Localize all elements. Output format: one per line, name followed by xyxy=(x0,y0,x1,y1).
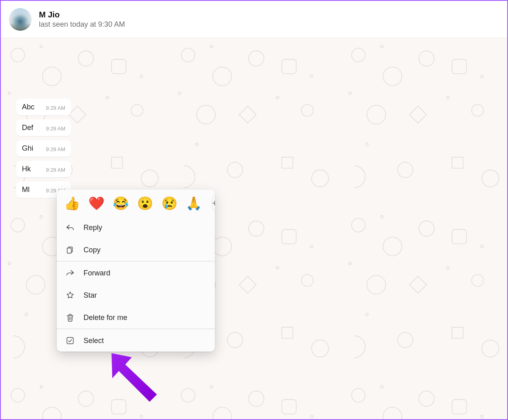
message-time: 9:29 AM xyxy=(46,146,65,152)
menu-item-label: Reply xyxy=(84,224,102,232)
message-context-menu: 👍 ❤️ 😂 😮 😢 🙏 + Reply Copy xyxy=(57,190,215,352)
annotation-arrow-icon xyxy=(104,350,169,415)
message-bubble[interactable]: Abc 9:29 AM xyxy=(16,99,71,115)
menu-item-label: Select xyxy=(84,337,104,345)
message-bubble[interactable]: Def 9:29 AM xyxy=(16,119,71,136)
message-time: 9:29 AM xyxy=(46,126,65,132)
menu-item-star[interactable]: Star xyxy=(57,284,215,306)
messages-list: Abc 9:29 AM Def 9:29 AM Ghi 9:29 AM Hk 9… xyxy=(16,99,71,202)
menu-item-reply[interactable]: Reply xyxy=(57,216,215,239)
svg-rect-1 xyxy=(67,248,71,253)
reaction-more-button[interactable]: + xyxy=(212,196,215,211)
chat-header: M Jio last seen today at 9:30 AM xyxy=(1,1,507,38)
message-text: Abc xyxy=(22,103,34,111)
reaction-laugh-icon[interactable]: 😂 xyxy=(113,197,129,210)
message-text: Def xyxy=(22,124,33,132)
star-icon xyxy=(66,291,75,300)
reaction-thumbs-up-icon[interactable]: 👍 xyxy=(64,197,80,210)
menu-item-copy[interactable]: Copy xyxy=(57,239,215,261)
copy-icon xyxy=(66,245,75,254)
svg-marker-3 xyxy=(111,353,157,402)
reaction-pray-icon[interactable]: 🙏 xyxy=(186,197,202,210)
forward-icon xyxy=(66,269,75,277)
reply-icon xyxy=(66,223,75,232)
reaction-heart-icon[interactable]: ❤️ xyxy=(88,197,105,210)
menu-item-label: Star xyxy=(84,291,97,300)
plus-icon: + xyxy=(212,198,215,209)
menu-item-label: Copy xyxy=(84,246,101,254)
message-text: Ghi xyxy=(22,144,33,153)
contact-status: last seen today at 9:30 AM xyxy=(39,20,125,29)
message-bubble[interactable]: Hk 9:29 AM xyxy=(16,161,71,177)
reaction-wow-icon[interactable]: 😮 xyxy=(137,197,153,210)
message-text: Ml xyxy=(22,185,30,194)
menu-list: Reply Copy Forward Star xyxy=(57,216,215,352)
select-icon xyxy=(66,336,75,345)
svg-rect-2 xyxy=(67,337,73,344)
menu-item-label: Forward xyxy=(84,269,110,277)
menu-item-select[interactable]: Select xyxy=(57,329,215,352)
message-time: 9:29 AM xyxy=(46,167,65,173)
message-time: 9:29 AM xyxy=(46,105,65,111)
reaction-sad-icon[interactable]: 😢 xyxy=(161,197,178,210)
chat-area: Abc 9:29 AM Def 9:29 AM Ghi 9:29 AM Hk 9… xyxy=(1,38,507,419)
menu-item-forward[interactable]: Forward xyxy=(57,262,215,284)
avatar[interactable] xyxy=(9,8,32,31)
menu-item-delete-for-me[interactable]: Delete for me xyxy=(57,306,215,328)
message-bubble[interactable]: Ghi 9:29 AM xyxy=(16,140,71,157)
message-text: Hk xyxy=(22,165,31,173)
contact-info[interactable]: M Jio last seen today at 9:30 AM xyxy=(39,10,125,29)
menu-item-label: Delete for me xyxy=(84,313,127,322)
contact-name: M Jio xyxy=(39,10,125,19)
trash-icon xyxy=(66,313,75,322)
reactions-row: 👍 ❤️ 😂 😮 😢 🙏 + xyxy=(57,190,215,216)
